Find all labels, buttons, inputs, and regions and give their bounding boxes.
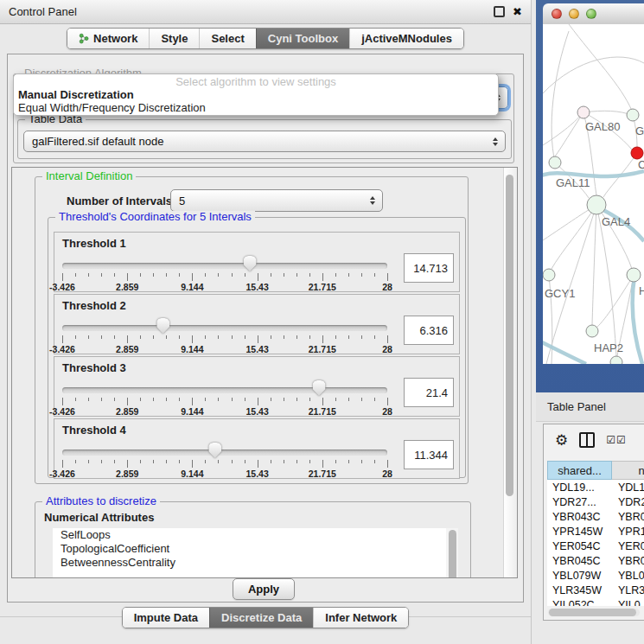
tick bbox=[361, 460, 362, 463]
minimize-traffic-light-icon[interactable] bbox=[569, 9, 579, 19]
cell-shared-name: YPR145W bbox=[547, 526, 612, 538]
top-tabbar: NetworkStyleSelectCyni ToolboxjActiveMNo… bbox=[0, 28, 531, 49]
table-row[interactable]: YIL052CYIL0 bbox=[547, 597, 644, 606]
popup-option[interactable]: Manual Discretization bbox=[14, 88, 498, 101]
gear-icon[interactable]: ⚙ bbox=[555, 433, 568, 448]
split-pane-icon[interactable] bbox=[579, 432, 595, 448]
tick bbox=[75, 273, 76, 277]
tick bbox=[296, 273, 297, 277]
table-row[interactable]: YBR045CYBR0 bbox=[547, 553, 644, 568]
network-node[interactable] bbox=[549, 156, 561, 169]
tick-label: -3.426 bbox=[49, 469, 75, 479]
tab-network[interactable]: Network bbox=[67, 29, 149, 48]
checkbox-icon[interactable]: ☑ bbox=[606, 434, 616, 446]
slider-thumb[interactable] bbox=[244, 256, 257, 271]
node-label: GA bbox=[635, 124, 644, 137]
tick bbox=[258, 273, 258, 281]
list-vertical-scrollbar[interactable] bbox=[446, 528, 458, 578]
popup-option[interactable]: Equal Width/Frequency Discretization bbox=[14, 101, 498, 114]
network-node[interactable] bbox=[587, 195, 606, 214]
attribute-list-item[interactable]: BetweennessCentrality bbox=[53, 556, 446, 570]
tick bbox=[348, 460, 349, 463]
table-data-combobox-value: galFiltered.sif default node bbox=[32, 135, 163, 148]
network-node[interactable] bbox=[627, 268, 641, 282]
tick bbox=[361, 398, 362, 401]
table-row[interactable]: YBL079WYBL0 bbox=[547, 568, 644, 583]
node-label: GCY1 bbox=[545, 287, 575, 300]
slider-thumb[interactable] bbox=[313, 380, 326, 396]
scrollbar-thumb[interactable] bbox=[449, 530, 456, 578]
tick bbox=[114, 273, 115, 277]
table-horizontal-scrollbar[interactable] bbox=[548, 609, 640, 616]
network-node[interactable] bbox=[610, 356, 622, 364]
network-node[interactable] bbox=[631, 147, 643, 159]
table-data-combobox[interactable]: galFiltered.sif default node bbox=[23, 131, 506, 152]
table-row[interactable]: YLR345WYLR3 bbox=[547, 583, 644, 597]
tick-label: -3.426 bbox=[49, 282, 75, 292]
table-row[interactable]: YER054CYER0 bbox=[547, 539, 644, 553]
slider-track[interactable] bbox=[62, 450, 387, 456]
group-title: Interval Definition bbox=[42, 170, 136, 182]
table-row[interactable]: YDL19...YDL1 bbox=[547, 480, 644, 494]
column-header-shared-name[interactable]: shared... bbox=[547, 461, 612, 480]
tick bbox=[192, 273, 193, 281]
close-traffic-light-icon[interactable] bbox=[552, 9, 562, 19]
slider-track[interactable] bbox=[62, 325, 387, 331]
threshold-slider[interactable]: -3.4262.8599.14415.4321.71528 bbox=[62, 379, 387, 416]
network-window-titlebar[interactable] bbox=[543, 3, 644, 25]
threshold-value-field[interactable]: 6.316 bbox=[404, 316, 454, 345]
threshold-value-field[interactable]: 11.344 bbox=[404, 440, 454, 469]
zoom-traffic-light-icon[interactable] bbox=[586, 9, 596, 19]
cell-name: YBR0 bbox=[612, 511, 644, 523]
tick bbox=[258, 335, 258, 343]
close-icon[interactable]: ✖ bbox=[513, 6, 522, 17]
threshold-value-field[interactable]: 21.4 bbox=[404, 378, 454, 407]
network-node[interactable] bbox=[627, 109, 639, 121]
network-canvas[interactable]: GAL80GACGAL11GAL4GCY1HHAP2 bbox=[543, 24, 644, 364]
select-columns-icons[interactable]: ☑☑ bbox=[606, 434, 627, 446]
scrollbar-thumb[interactable] bbox=[506, 175, 513, 496]
threshold-value-field[interactable]: 14.713 bbox=[404, 253, 454, 283]
slider-thumb[interactable] bbox=[208, 443, 221, 458]
table-row[interactable]: YDR27...YDR2 bbox=[547, 494, 644, 509]
slider-track[interactable] bbox=[62, 387, 387, 393]
tab-cyni-toolbox[interactable]: Cyni Toolbox bbox=[256, 29, 349, 48]
threshold-slider[interactable]: -3.4262.8599.14415.4321.71528 bbox=[62, 317, 387, 354]
tick bbox=[166, 273, 167, 277]
table-row[interactable]: YBR043CYBR0 bbox=[547, 509, 644, 524]
scrollbar-thumb[interactable] bbox=[549, 609, 636, 616]
threshold-slider[interactable]: -3.4262.8599.14415.4321.71528 bbox=[62, 255, 387, 291]
tab-style[interactable]: Style bbox=[149, 29, 199, 48]
tick bbox=[114, 398, 115, 401]
apply-button[interactable]: Apply bbox=[233, 578, 295, 600]
tick bbox=[271, 273, 271, 277]
attribute-list-item[interactable]: SelfLoops bbox=[53, 528, 446, 542]
attribute-list-item[interactable]: TopologicalCoefficient bbox=[53, 542, 446, 556]
panel-vertical-scrollbar[interactable] bbox=[503, 168, 517, 577]
table-row[interactable]: YPR145WYPR1 bbox=[547, 524, 644, 539]
network-node[interactable] bbox=[586, 325, 598, 337]
float-window-icon[interactable] bbox=[494, 6, 505, 17]
column-header-name[interactable]: n... bbox=[612, 461, 644, 480]
slider-track[interactable] bbox=[62, 263, 387, 269]
tab-select[interactable]: Select bbox=[199, 29, 255, 48]
tick bbox=[153, 398, 154, 401]
algorithm-dropdown-popup: Select algorithm to view settings Manual… bbox=[13, 73, 499, 116]
numerical-attributes-list[interactable]: SelfLoopsTopologicalCoefficientBetweenne… bbox=[53, 528, 446, 578]
interval-definition-group: Interval Definition Number of Intervals … bbox=[35, 176, 469, 484]
tab-discretize-data[interactable]: Discretize Data bbox=[209, 608, 313, 628]
tick bbox=[232, 273, 233, 277]
tick bbox=[166, 460, 167, 463]
threshold-slider[interactable]: -3.4262.8599.14415.4321.71528 bbox=[62, 442, 387, 478]
network-node[interactable] bbox=[543, 269, 555, 281]
checkbox-icon[interactable]: ☑ bbox=[616, 434, 627, 446]
slider-thumb[interactable] bbox=[156, 318, 169, 334]
table-body: YDL19...YDL1YDR27...YDR2YBR043CYBR0YPR14… bbox=[547, 480, 644, 606]
tab-infer-network[interactable]: Infer Network bbox=[313, 608, 408, 628]
number-of-intervals-combobox[interactable]: 5 bbox=[170, 189, 383, 212]
tab-impute-data[interactable]: Impute Data bbox=[123, 608, 209, 628]
tick bbox=[284, 460, 284, 463]
network-node[interactable] bbox=[577, 106, 590, 118]
tab-jactivemnodules[interactable]: jActiveMNodules bbox=[349, 29, 463, 48]
network-graph[interactable]: GAL80GACGAL11GAL4GCY1HHAP2 bbox=[543, 24, 644, 364]
